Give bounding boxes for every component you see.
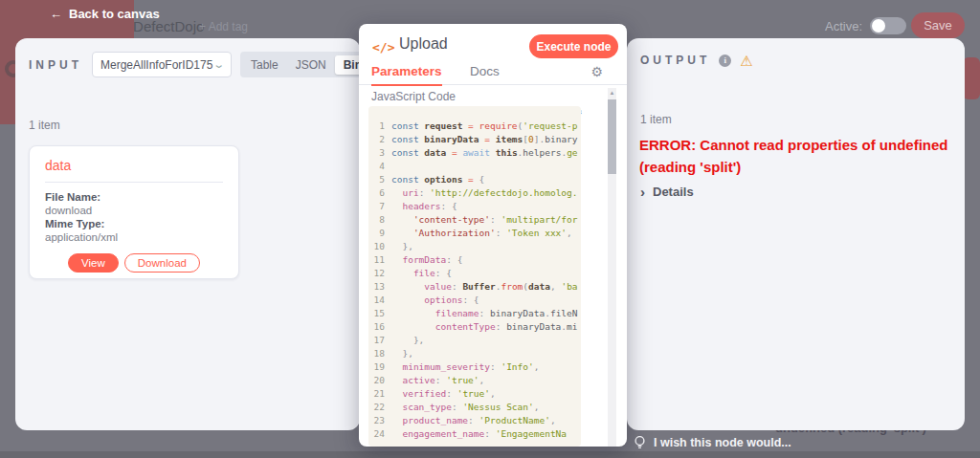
code-text: product_name: 'ProductName', [391, 414, 581, 427]
binary-field-label: Mime Type: [45, 217, 223, 230]
tab-docs[interactable]: Docs [470, 64, 500, 84]
code-text: active: 'true', [391, 374, 581, 387]
modal-scrollbar[interactable]: ▲ [608, 88, 616, 447]
code-text: }, [391, 240, 581, 253]
code-line: 23 product_name: 'ProductName', [368, 414, 581, 427]
code-text: const options = { [391, 173, 581, 186]
line-number: 22 [368, 401, 391, 414]
line-number: 4 [368, 160, 391, 173]
code-text: headers: { [391, 200, 581, 213]
back-arrow-icon: ← [50, 7, 62, 21]
code-line: 18 }, [368, 347, 581, 360]
download-button[interactable]: Download [124, 253, 200, 273]
line-number: 10 [368, 240, 391, 253]
code-text: uri: 'http://defectdojo.homolog. [391, 186, 581, 200]
input-source-value: MergeAllInfoForID175 [100, 58, 214, 72]
line-number: 11 [368, 253, 391, 267]
code-text: contentType: binaryData.mi [391, 320, 581, 334]
binary-card-fields: File Name:downloadMime Type:application/… [45, 190, 223, 244]
line-number: 5 [368, 173, 391, 186]
code-line: 11 formData: { [368, 253, 581, 267]
code-line: 13 value: Buffer.from(data, 'ba [368, 280, 581, 294]
view-tab-table[interactable]: Table [242, 55, 287, 75]
add-tag-button[interactable]: + Add tag [199, 20, 248, 33]
code-field-label: JavaScript Code [371, 90, 456, 103]
line-number: 12 [368, 267, 391, 280]
code-line: 21 verified: 'true', [368, 387, 581, 401]
modal-tabs: ParametersDocs [359, 62, 627, 85]
error-message: ERROR: Cannot read properties of undefin… [639, 134, 960, 178]
output-panel: OUTPUT i ⚠ 1 item ERROR: Cannot read pro… [627, 38, 965, 430]
active-toggle[interactable] [870, 17, 906, 34]
code-text: options: { [391, 294, 581, 307]
binary-field-value: application/xml [45, 230, 223, 244]
back-to-canvas-button[interactable]: ← Back to canvas [50, 7, 160, 21]
node-settings-gear-icon[interactable]: ⚙ [590, 64, 603, 79]
divider [45, 182, 223, 183]
line-number: 24 [368, 427, 391, 441]
line-number: 1 [368, 120, 391, 133]
input-items-count: 1 item [29, 119, 60, 132]
code-line: 10 }, [368, 240, 581, 253]
line-number: 20 [368, 374, 391, 387]
scrollbar-up-arrow[interactable]: ▲ [608, 88, 616, 98]
node-title: Upload [399, 35, 448, 53]
input-source-dropdown[interactable]: MergeAllInfoForID175 ⌄ [92, 52, 232, 77]
view-tab-json[interactable]: JSON [287, 55, 335, 75]
line-number: 2 [368, 133, 391, 146]
code-line: 19 minimum_severity: 'Info', [368, 360, 581, 374]
code-text: const data = await this.helpers.ge [391, 146, 581, 160]
code-text: }, [391, 334, 581, 347]
code-line: 20 active: 'true', [368, 374, 581, 387]
warning-icon[interactable]: ⚠ [740, 55, 752, 67]
code-line: 8 'content-type': 'multipart/for [368, 213, 581, 227]
input-panel: INPUT MergeAllInfoForID175 ⌄ TableJSONBi… [15, 38, 360, 430]
line-number: 23 [368, 414, 391, 427]
tab-parameters[interactable]: Parameters [371, 64, 442, 86]
active-label: Active: [825, 19, 862, 33]
code-line: 4 [368, 160, 581, 173]
output-label: OUTPUT [640, 54, 710, 67]
binary-field-label: File Name: [45, 190, 223, 204]
code-text: 'content-type': 'multipart/for [391, 213, 581, 227]
code-line: 22 scan_type: 'Nessus Scan', [368, 401, 581, 414]
scrollbar-thumb[interactable] [608, 99, 616, 174]
code-line: 1const request = require('request-p [368, 120, 581, 133]
output-items-count: 1 item [640, 113, 672, 126]
line-number: 9 [368, 227, 391, 240]
error-details-toggle[interactable]: › Details [640, 184, 694, 200]
code-line: 9 'Authorization': 'Token xxx', [368, 227, 581, 240]
line-number: 6 [368, 186, 391, 200]
details-label: Details [653, 185, 694, 199]
line-number: 17 [368, 334, 391, 347]
code-text: 'Authorization': 'Token xxx', [391, 227, 581, 240]
code-text: scan_type: 'Nessus Scan', [391, 401, 581, 414]
wish-label: I wish this node would... [654, 436, 791, 449]
code-text: file: { [391, 267, 581, 280]
line-number: 13 [368, 280, 391, 294]
code-text: formData: { [391, 253, 581, 267]
execute-node-button[interactable]: Execute node [529, 34, 618, 58]
info-icon[interactable]: i [719, 55, 731, 67]
code-line: 17 }, [368, 334, 581, 347]
javascript-code-editor[interactable]: 1const request = require('request-p2cons… [368, 106, 581, 447]
view-button[interactable]: View [68, 253, 119, 273]
line-number: 3 [368, 146, 391, 160]
line-number: 7 [368, 200, 391, 213]
node-feedback-link[interactable]: I wish this node would... [635, 436, 791, 449]
code-text: filename: binaryData.fileN [391, 307, 581, 320]
code-text: const request = require('request-p [391, 120, 581, 133]
binary-field-value: download [45, 204, 223, 217]
lightbulb-icon [635, 436, 645, 449]
background-error-toast-edge [963, 57, 980, 99]
code-text [391, 160, 581, 173]
chevron-down-icon: ⌄ [212, 58, 225, 71]
binary-card-title: data [45, 158, 223, 173]
code-text: value: Buffer.from(data, 'ba [391, 280, 581, 294]
canvas-bottom-strip [0, 451, 980, 458]
line-number: 15 [368, 307, 391, 320]
line-number: 18 [368, 347, 391, 360]
save-button[interactable]: Save [911, 12, 965, 38]
code-line: 12 file: { [368, 267, 581, 280]
input-label: INPUT [29, 58, 82, 72]
